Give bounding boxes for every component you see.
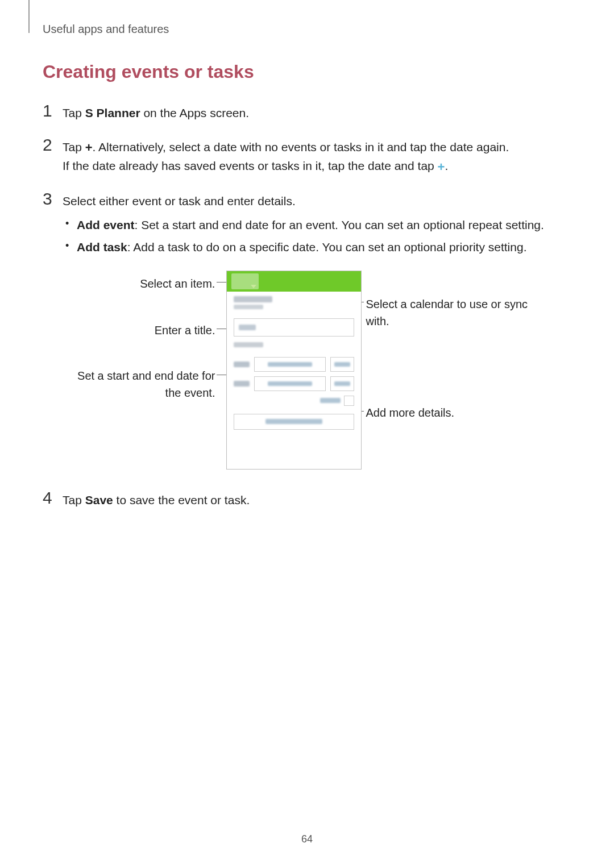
mockup-save xyxy=(333,273,356,289)
mockup-title-field xyxy=(234,318,354,337)
mockup-tab xyxy=(261,273,292,289)
plus-icon: + xyxy=(438,157,445,176)
callout-select-calendar: Select a calendar to use or sync with. xyxy=(366,296,536,330)
step-3: 3 Select either event or task and enter … xyxy=(43,190,571,489)
callout-select-item: Select an item. xyxy=(67,275,215,292)
step-content: Tap Save to save the event or task. xyxy=(63,489,250,509)
step-1: 1 Tap S Planner on the Apps screen. xyxy=(43,102,571,122)
step-content: Select either event or task and enter de… xyxy=(63,190,544,489)
breadcrumb: Useful apps and features xyxy=(43,23,571,36)
page-number: 64 xyxy=(0,833,614,845)
callout-enter-title: Enter a title. xyxy=(67,322,215,339)
bullet-item: Add task: Add a task to do on a specific… xyxy=(63,238,544,256)
mockup-location-label xyxy=(234,342,263,347)
section-title: Creating events or tasks xyxy=(43,61,571,82)
mockup-allday-row xyxy=(227,393,361,408)
plus-icon: + xyxy=(85,138,93,157)
callout-add-details: Add more details. xyxy=(366,404,536,421)
mockup-date-start xyxy=(227,355,361,374)
mockup-date-end xyxy=(227,374,361,393)
mockup-tab-active xyxy=(231,273,259,289)
bullet-item: Add event: Set a start and end date for … xyxy=(63,216,544,234)
diagram-container: Select an item. Enter a title. Set a sta… xyxy=(63,271,544,475)
phone-mockup xyxy=(226,271,362,470)
step-number: 3 xyxy=(43,190,63,489)
step-content: Tap +. Alternatively, select a date with… xyxy=(63,136,509,177)
step-number: 1 xyxy=(43,102,63,122)
step-content: Tap S Planner on the Apps screen. xyxy=(63,102,249,122)
callout-set-dates: Set a start and end date for the event. xyxy=(67,367,215,401)
mockup-calendar-section xyxy=(227,292,361,314)
steps-list: 1 Tap S Planner on the Apps screen. 2 Ta… xyxy=(43,102,571,509)
step-2: 2 Tap +. Alternatively, select a date wi… xyxy=(43,136,571,177)
bullet-list: Add event: Set a start and end date for … xyxy=(63,216,544,256)
step-4: 4 Tap Save to save the event or task. xyxy=(43,489,571,509)
diagram: Select an item. Enter a title. Set a sta… xyxy=(67,271,539,475)
mockup-cancel xyxy=(305,273,330,289)
mockup-more-options xyxy=(234,414,354,430)
step-number: 4 xyxy=(43,489,63,509)
step-number: 2 xyxy=(43,136,63,177)
mockup-header xyxy=(227,271,361,292)
